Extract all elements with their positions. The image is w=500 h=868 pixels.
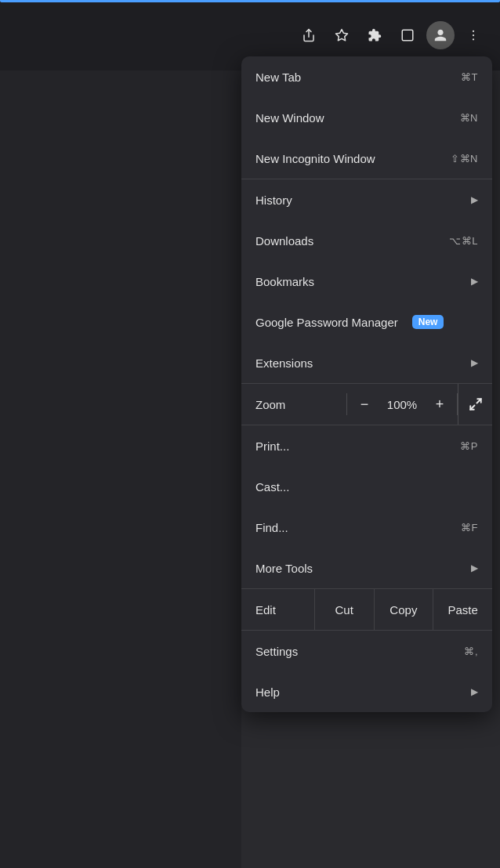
password-manager-left: Google Password Manager New — [255, 315, 444, 329]
section-settings-help: Settings ⌘, Help ▶ — [241, 631, 492, 712]
chrome-menu: New Tab ⌘T New Window ⌘N New Incognito W… — [241, 56, 492, 712]
section-tools: History ▶ Downloads ⌥⌘L Bookmarks ▶ Goog… — [241, 179, 492, 384]
paste-cell[interactable]: Paste — [433, 589, 492, 630]
password-manager-item[interactable]: Google Password Manager New — [241, 302, 492, 342]
extensions-label: Extensions — [255, 356, 313, 370]
section-edit: Edit Cut Copy Paste — [241, 589, 492, 631]
zoom-row: Zoom − 100% + — [241, 384, 492, 425]
new-window-item[interactable]: New Window ⌘N — [241, 97, 492, 138]
svg-marker-1 — [336, 30, 348, 41]
section-actions: Print... ⌘P Cast... Find... ⌘F More Tool… — [241, 425, 492, 589]
find-label: Find... — [255, 521, 288, 534]
history-arrow: ▶ — [471, 194, 478, 205]
settings-label: Settings — [255, 645, 298, 658]
find-item[interactable]: Find... ⌘F — [241, 507, 492, 548]
help-item[interactable]: Help ▶ — [241, 671, 492, 712]
zoom-plus-button[interactable]: + — [422, 384, 457, 425]
new-tab-item[interactable]: New Tab ⌘T — [241, 56, 492, 97]
extensions-button[interactable] — [361, 21, 389, 49]
new-badge: New — [412, 315, 444, 329]
extensions-arrow: ▶ — [471, 357, 478, 368]
print-label: Print... — [255, 439, 289, 453]
cut-cell[interactable]: Cut — [315, 589, 375, 630]
svg-point-4 — [473, 34, 474, 36]
new-window-label: New Window — [255, 111, 324, 125]
cast-label: Cast... — [255, 480, 289, 494]
extensions-item[interactable]: Extensions ▶ — [241, 342, 492, 383]
zoom-controls: − 100% + — [347, 384, 457, 425]
password-manager-label: Google Password Manager — [255, 316, 398, 329]
tab-search-button[interactable] — [393, 21, 422, 49]
bookmarks-item[interactable]: Bookmarks ▶ — [241, 261, 492, 302]
cast-item[interactable]: Cast... — [241, 466, 492, 507]
new-incognito-shortcut: ⇧⌘N — [451, 153, 478, 165]
zoom-label-cell[interactable]: Zoom — [241, 384, 346, 425]
background-overlay — [0, 71, 241, 868]
zoom-fullscreen-button[interactable] — [458, 384, 492, 425]
zoom-value: 100% — [382, 398, 422, 411]
history-item[interactable]: History ▶ — [241, 179, 492, 220]
zoom-label: Zoom — [255, 398, 285, 411]
print-item[interactable]: Print... ⌘P — [241, 425, 492, 466]
bookmarks-arrow: ▶ — [471, 276, 478, 287]
share-button[interactable] — [295, 21, 323, 49]
zoom-minus-button[interactable]: − — [347, 384, 382, 425]
svg-point-5 — [473, 38, 474, 40]
new-incognito-label: New Incognito Window — [255, 152, 375, 165]
print-shortcut: ⌘P — [460, 440, 478, 452]
bookmark-button[interactable] — [328, 21, 356, 49]
find-shortcut: ⌘F — [461, 522, 478, 533]
main-menu-button[interactable] — [459, 21, 487, 49]
help-label: Help — [255, 685, 280, 699]
copy-label: Copy — [389, 603, 417, 617]
paste-label: Paste — [447, 603, 477, 617]
section-zoom: Zoom − 100% + — [241, 384, 492, 425]
edit-cell[interactable]: Edit — [241, 589, 315, 630]
profile-button[interactable] — [426, 21, 455, 49]
more-tools-item[interactable]: More Tools ▶ — [241, 548, 492, 588]
more-tools-arrow: ▶ — [471, 562, 478, 573]
settings-shortcut: ⌘, — [464, 646, 478, 657]
help-arrow: ▶ — [471, 686, 478, 697]
downloads-item[interactable]: Downloads ⌥⌘L — [241, 220, 492, 261]
copy-cell[interactable]: Copy — [375, 589, 434, 630]
cut-label: Cut — [335, 603, 353, 617]
more-tools-label: More Tools — [255, 562, 313, 575]
settings-item[interactable]: Settings ⌘, — [241, 631, 492, 671]
bookmarks-label: Bookmarks — [255, 275, 314, 288]
edit-label: Edit — [255, 603, 276, 617]
new-incognito-item[interactable]: New Incognito Window ⇧⌘N — [241, 138, 492, 179]
new-window-shortcut: ⌘N — [460, 112, 478, 124]
new-tab-label: New Tab — [255, 71, 301, 84]
svg-rect-2 — [402, 30, 413, 41]
new-tab-shortcut: ⌘T — [461, 71, 478, 83]
edit-row: Edit Cut Copy Paste — [241, 589, 492, 630]
section-navigation: New Tab ⌘T New Window ⌘N New Incognito W… — [241, 56, 492, 179]
history-label: History — [255, 193, 292, 207]
downloads-label: Downloads — [255, 234, 313, 248]
svg-point-3 — [473, 31, 474, 32]
downloads-shortcut: ⌥⌘L — [449, 235, 478, 247]
